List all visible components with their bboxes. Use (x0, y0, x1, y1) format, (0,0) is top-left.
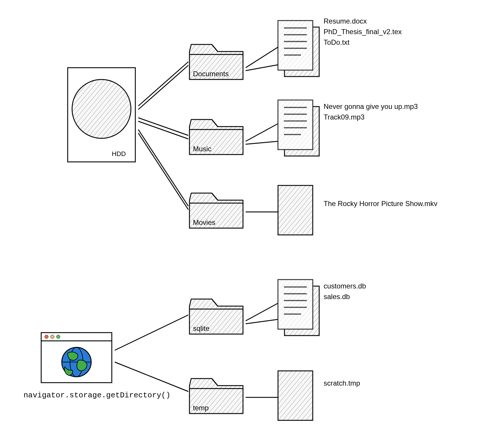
file-name: scratch.tmp (324, 379, 360, 387)
folder-documents: Documents (189, 44, 243, 79)
browser-api-label: navigator.storage.getDirectory() (24, 391, 170, 400)
svg-line-14 (138, 118, 188, 135)
svg-line-33 (246, 303, 278, 321)
documents-files-icon (278, 21, 319, 77)
file-name: ToDo.txt (324, 38, 349, 46)
svg-line-13 (138, 65, 188, 109)
connector (138, 62, 188, 210)
folder-label: sqlite (193, 324, 209, 332)
svg-line-12 (138, 62, 188, 106)
file-name: Track09.mp3 (324, 113, 364, 121)
svg-line-32 (115, 362, 188, 391)
svg-line-18 (246, 47, 278, 68)
folder-label: Music (193, 145, 212, 153)
folder-temp: temp (189, 379, 243, 414)
connector (115, 315, 188, 391)
documents-file-list: Resume.docx PhD_Thesis_final_v2.tex ToDo… (324, 17, 402, 46)
svg-line-21 (246, 141, 278, 144)
svg-line-17 (138, 133, 188, 210)
file-name: sales.db (324, 293, 350, 301)
svg-line-16 (138, 130, 188, 206)
movies-files-icon (278, 185, 313, 235)
svg-line-15 (138, 121, 188, 139)
movies-file-list: The Rocky Horror Picture Show.mkv (324, 200, 437, 208)
folder-label: Movies (193, 218, 215, 226)
file-name: The Rocky Horror Picture Show.mkv (324, 200, 437, 208)
music-file-list: Never gonna give you up.mp3 Track09.mp3 (324, 102, 418, 121)
file-name: Resume.docx (324, 17, 367, 25)
svg-line-19 (246, 65, 278, 71)
folder-movies: Movies (189, 193, 243, 228)
connector (246, 47, 278, 71)
svg-line-31 (115, 315, 188, 350)
folder-music: Music (189, 120, 243, 155)
folder-label: Documents (193, 70, 229, 78)
sqlite-file-list: customers.db sales.db (324, 282, 366, 301)
folder-label: temp (193, 404, 209, 412)
svg-point-25 (45, 335, 48, 339)
svg-line-20 (246, 124, 278, 141)
browser-icon (41, 333, 112, 383)
svg-point-26 (51, 335, 54, 339)
file-name: Never gonna give you up.mp3 (324, 102, 418, 110)
file-name: customers.db (324, 282, 366, 290)
temp-files-icon (278, 371, 313, 420)
hdd-label: HDD (112, 150, 126, 157)
sqlite-files-icon (278, 280, 319, 336)
svg-point-11 (72, 79, 131, 138)
file-name: PhD_Thesis_final_v2.tex (324, 28, 402, 36)
folder-sqlite: sqlite (189, 299, 243, 334)
svg-point-27 (56, 335, 60, 339)
svg-line-34 (246, 319, 278, 324)
hdd-icon: HDD (68, 68, 135, 162)
connector (246, 303, 278, 324)
temp-file-list: scratch.tmp (324, 379, 360, 387)
music-files-icon (278, 100, 319, 156)
connector (246, 124, 278, 144)
